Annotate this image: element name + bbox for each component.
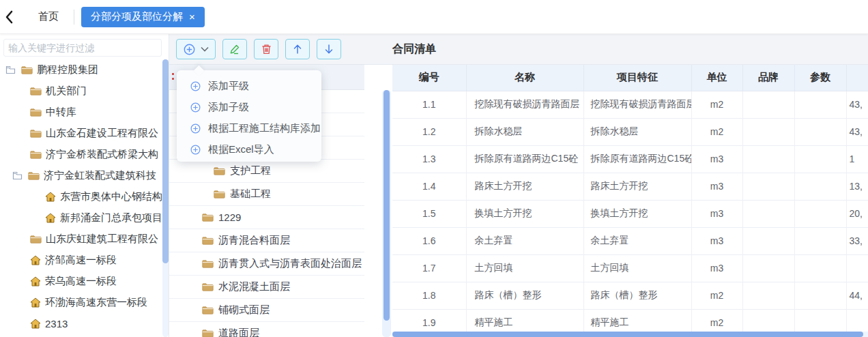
table-cell xyxy=(742,282,794,309)
table-row[interactable]: 1.6余土弃置余土弃置m333, xyxy=(392,227,868,254)
column-header: 单位 xyxy=(691,65,742,91)
dropdown-item-label: 添加子级 xyxy=(208,101,249,114)
tree-item[interactable]: 东营市奥体中心钢结构 xyxy=(0,186,162,207)
close-icon[interactable]: × xyxy=(189,12,195,22)
edit-button[interactable] xyxy=(222,39,247,59)
table-cell: m3 xyxy=(691,200,742,227)
back-icon[interactable] xyxy=(0,7,18,27)
expand-folder-icon[interactable] xyxy=(12,171,23,180)
tree-item[interactable]: 济宁金虹装配式建筑科技 xyxy=(0,165,162,186)
folder-icon xyxy=(202,213,214,222)
structure-list-item[interactable]: 基础工程 xyxy=(169,183,365,206)
table-body: 1.1挖除现有破损沥青路面层挖除现有破损沥青路面层m243,1.2拆除水稳层拆除… xyxy=(392,91,868,336)
tree-item[interactable]: 中转库 xyxy=(0,102,162,123)
tree-item-label: 中转库 xyxy=(46,106,76,119)
house-icon xyxy=(30,319,41,329)
structure-list-item[interactable]: 水泥混凝土面层 xyxy=(169,276,365,299)
tree-item[interactable]: 荣乌高速一标段 xyxy=(0,271,162,292)
table-row[interactable]: 1.7土方回填土方回填m3 xyxy=(392,254,868,282)
table-cell: 44, xyxy=(846,282,868,309)
table-row[interactable]: 1.3拆除原有道路两边C15砼拆除原有道路两边C15砼m31 xyxy=(392,145,868,173)
move-up-button[interactable] xyxy=(285,39,310,59)
folder-icon xyxy=(30,108,42,117)
tree-item[interactable]: 新邦涌金门总承包项目 xyxy=(0,207,162,229)
tab-home[interactable]: 首页 xyxy=(23,10,74,23)
tree-item[interactable]: 济邹高速一标段 xyxy=(0,250,162,271)
table-cell xyxy=(794,227,846,254)
top-tab-bar: 首页 分部分项及部位分解 × xyxy=(0,0,868,34)
folder-icon xyxy=(30,129,42,138)
table-cell xyxy=(742,200,794,227)
folder-icon xyxy=(214,190,225,199)
structure-item-label: 支护工程 xyxy=(230,164,271,177)
tree-item[interactable]: 机关部门 xyxy=(0,80,162,102)
structure-list-item[interactable]: 道路面层 xyxy=(169,322,365,337)
structure-list-item[interactable]: 1229 xyxy=(169,206,365,229)
required-marker xyxy=(172,73,174,75)
table-header-row: 编号名称项目特征单位品牌参数变 xyxy=(392,65,868,91)
column-header: 变 xyxy=(846,65,868,91)
table-cell: 挖除现有破损沥青路面层 xyxy=(583,91,691,118)
tab-separator xyxy=(74,10,74,25)
folder-icon xyxy=(202,236,214,245)
dropdown-menu-item[interactable]: 根据Excel导入 xyxy=(177,139,321,160)
structure-list-item[interactable]: 沥青混合料面层 xyxy=(169,229,365,252)
delete-button[interactable] xyxy=(254,39,278,59)
table-row[interactable]: 1.8路床（槽）整形路床（槽）整形m244, xyxy=(392,282,868,309)
dropdown-item-label: 根据Excel导入 xyxy=(208,143,274,156)
add-button[interactable] xyxy=(176,39,216,59)
table-cell xyxy=(846,254,868,282)
table-row[interactable]: 1.5换填土方开挖换填土方开挖m320, xyxy=(392,200,868,227)
table-row[interactable]: 1.4路床土方开挖路床土方开挖m313, xyxy=(392,173,868,200)
contract-table-wrap: 编号名称项目特征单位品牌参数变 1.1挖除现有破损沥青路面层挖除现有破损沥青路面… xyxy=(392,65,868,337)
table-cell: 1.5 xyxy=(392,200,466,227)
folder-icon xyxy=(214,166,225,175)
tree-item-label: 济邹高速一标段 xyxy=(45,254,117,267)
structure-item-label: 沥青混合料面层 xyxy=(218,234,290,247)
tree-item-label: 新邦涌金门总承包项目 xyxy=(60,211,162,224)
table-scrollbar-thumb[interactable] xyxy=(384,90,390,321)
table-cell: 拆除原有道路两边C15砼 xyxy=(583,145,691,173)
move-down-button[interactable] xyxy=(317,39,341,59)
tree-item-label: 山东金石建设工程有限公 xyxy=(46,127,158,140)
tree-filter-input[interactable] xyxy=(3,39,162,57)
tree-item-label: 鹏程控股集团 xyxy=(37,63,98,76)
table-cell: m3 xyxy=(691,254,742,282)
table-cell: 1.4 xyxy=(392,173,466,200)
table-row[interactable]: 1.2拆除水稳层拆除水稳层m243, xyxy=(392,118,868,145)
contract-panel: 合同清单 编号名称项目特征单位品牌参数变 1.1挖除现有破损沥青路面层挖除现有破… xyxy=(364,34,868,337)
table-cell xyxy=(742,145,794,173)
hscrollbar-thumb[interactable] xyxy=(392,332,863,337)
tree-item[interactable]: 山东庆虹建筑工程有限公 xyxy=(0,229,162,250)
table-row[interactable]: 1.1挖除现有破损沥青路面层挖除现有破损沥青路面层m243, xyxy=(392,91,868,118)
table-cell: 余土弃置 xyxy=(466,227,583,254)
column-header: 参数 xyxy=(794,65,846,91)
expand-folder-icon[interactable] xyxy=(5,65,16,74)
tab-active[interactable]: 分部分项及部位分解 × xyxy=(81,7,205,27)
table-cell: 43, xyxy=(846,118,868,145)
tree-item[interactable]: 2313 xyxy=(0,313,162,334)
table-cell: 土方回填 xyxy=(466,254,583,282)
folder-icon xyxy=(30,235,42,244)
structure-list-item[interactable]: 沥青贯入式与沥青表面处治面层 xyxy=(169,252,365,276)
dropdown-menu-item[interactable]: 根据工程施工结构库添加 xyxy=(177,118,321,139)
table-cell: 拆除水稳层 xyxy=(466,118,583,145)
tree-item[interactable]: 环渤海高速东营一标段 xyxy=(0,292,162,313)
folder-icon xyxy=(21,65,33,74)
structure-item-label: 水泥混凝土面层 xyxy=(218,280,290,293)
column-header: 项目特征 xyxy=(583,65,691,91)
hscrollbar-track[interactable] xyxy=(392,332,868,337)
tab-active-label: 分部分项及部位分解 xyxy=(91,10,183,23)
tree-item[interactable]: 济宁金桥装配式桥梁大构 xyxy=(0,144,162,165)
dropdown-menu-item[interactable]: 添加子级 xyxy=(177,97,321,118)
structure-list-item[interactable]: 支护工程 xyxy=(169,160,365,183)
sidebar-scrollbar-thumb[interactable] xyxy=(162,59,169,263)
contract-table: 编号名称项目特征单位品牌参数变 1.1挖除现有破损沥青路面层挖除现有破损沥青路面… xyxy=(392,65,868,337)
dropdown-menu-item[interactable]: 添加平级 xyxy=(177,76,321,97)
table-cell: 1.6 xyxy=(392,227,466,254)
table-cell xyxy=(794,145,846,173)
column-header: 品牌 xyxy=(742,65,794,91)
tree-item[interactable]: 鹏程控股集团 xyxy=(0,59,162,80)
tree-item[interactable]: 山东金石建设工程有限公 xyxy=(0,123,162,144)
structure-list-item[interactable]: 铺砌式面层 xyxy=(169,299,365,322)
